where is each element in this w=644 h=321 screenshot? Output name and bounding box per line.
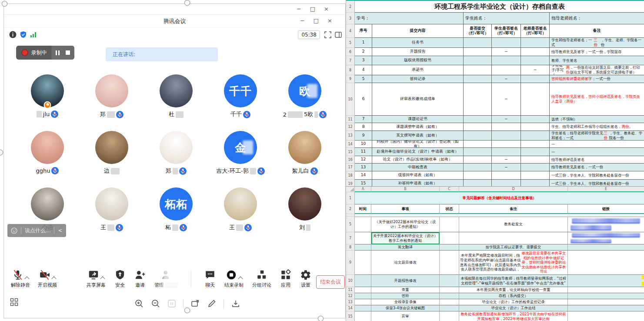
toolbar-item-chat[interactable]: 聊天 xyxy=(204,269,216,288)
avatar[interactable] xyxy=(288,131,321,164)
sheet-cell[interactable]: 学生和指导老师签名；一式三份，学生、老师、学院各一份 xyxy=(550,38,644,48)
sheet-cell[interactable] xyxy=(464,123,492,131)
sheet-cell[interactable] xyxy=(521,140,550,148)
outer-close-button[interactable]: × xyxy=(324,5,329,13)
row-number[interactable]: 10 xyxy=(346,275,355,287)
sheet-cell[interactable]: 教务处依据教育部通知新增加环节，2021年首次由学校在答辩前开展抽检盲审，202… xyxy=(459,311,568,321)
sheet-cell[interactable] xyxy=(492,148,521,156)
blurred-link-line[interactable] xyxy=(572,218,640,224)
sheet-cell[interactable] xyxy=(440,293,459,299)
sheet-cell[interactable]: 学生签名；指导老师和学院意见和签名；一式三份，学生、教务处、学院各一份 xyxy=(550,131,644,140)
meeting-minimize-button[interactable]: − xyxy=(300,17,305,25)
fullscreen-icon[interactable] xyxy=(324,31,331,38)
sheet-cell[interactable]: − xyxy=(492,75,521,83)
row-number[interactable]: 15 xyxy=(346,311,355,321)
sheet-cell[interactable]: 课题调整申请表（如有） xyxy=(372,123,464,131)
meeting-maximize-button[interactable]: □ xyxy=(314,17,319,25)
sheet-cell[interactable] xyxy=(464,48,492,56)
chat-placeholder[interactable]: 说点什么... xyxy=(25,227,50,234)
avatar[interactable] xyxy=(95,187,128,221)
sheet-cell[interactable]: 13 xyxy=(355,164,372,171)
outer-maximize-button[interactable]: □ xyxy=(310,5,315,13)
sheet-cell[interactable]: 备注 xyxy=(459,204,568,214)
sheet-cell[interactable] xyxy=(521,171,550,180)
sheet-cell[interactable] xyxy=(355,311,371,321)
faq-item[interactable]: 答辩 xyxy=(371,293,440,299)
toolbar-item-invite[interactable]: 邀请 xyxy=(134,269,146,288)
row-number[interactable]: 17 xyxy=(346,164,355,171)
sheet-cell[interactable]: 指导教师意见及签名，一式一份 xyxy=(550,164,644,171)
stop-recording-button[interactable] xyxy=(66,50,70,55)
sheet-cell[interactable]: 学生姓名： xyxy=(464,13,550,24)
sheet-cell[interactable]: 本年度未严格限定修改题目时间，指导老师在系统内申请(点击题目基本信息再点击修改即… xyxy=(459,251,568,275)
toolbar-item-members[interactable]: 管理 xyxy=(154,269,178,288)
sheet-cell[interactable]: 指导教师意见及签字；一式一份，学院留存 xyxy=(550,48,644,56)
sheet-cell[interactable]: 3 xyxy=(355,56,372,65)
sheet-cell[interactable] xyxy=(492,65,521,75)
meeting-close-button[interactable]: × xyxy=(327,17,332,25)
sheet-cell[interactable] xyxy=(440,232,459,244)
sheet2-title[interactable]: 常见问题解答（含关键时间结点及注意事项） xyxy=(355,192,644,204)
sheet-cell[interactable]: 提交内容 xyxy=(372,24,464,38)
row-number[interactable]: 16 xyxy=(346,156,355,164)
avatar[interactable]: 千千 xyxy=(224,74,257,107)
sheet-cell[interactable] xyxy=(492,140,521,148)
sheet-cell[interactable]: 10 xyxy=(355,140,372,148)
sheet-cell[interactable]: 9 xyxy=(355,131,372,140)
faq-item[interactable]: 论文题目修改 xyxy=(371,251,440,275)
sheet-cell[interactable]: 英文撰写申请表（如有） xyxy=(372,131,464,140)
sheet-cell[interactable]: 11 xyxy=(355,148,372,156)
sheet-cell[interactable] xyxy=(440,251,459,275)
pause-recording-button[interactable] xyxy=(56,50,60,55)
participant[interactable]: 刘 xyxy=(273,187,337,234)
chevron-up-icon[interactable] xyxy=(24,276,29,281)
avatar[interactable]: 柘柘 xyxy=(160,187,193,221)
sheet-cell[interactable] xyxy=(521,148,550,156)
sheet-cell[interactable] xyxy=(521,164,550,171)
faq-item[interactable]: 保留3-4张会议关键截图 xyxy=(371,305,440,311)
toolbar-item-shield[interactable]: 安全 xyxy=(114,269,126,288)
row-number[interactable]: 7 xyxy=(346,56,355,65)
row-number[interactable]: 11 xyxy=(346,287,355,293)
row-number[interactable]: 13 xyxy=(346,131,355,140)
sheet-cell[interactable]: 12 xyxy=(355,156,372,164)
sheet-cell[interactable]: 任务书 xyxy=(372,38,464,48)
avatar[interactable] xyxy=(160,131,193,164)
toolbar-item-record[interactable]: 结束录制 xyxy=(224,269,244,288)
meeting-security-shield-icon[interactable] xyxy=(20,31,27,38)
row-number[interactable]: 4 xyxy=(346,24,355,38)
sheet-cell[interactable] xyxy=(464,131,492,140)
sheet-cell[interactable] xyxy=(492,56,521,65)
sheet-cell[interactable] xyxy=(440,217,459,232)
column-letter[interactable]: B xyxy=(371,187,440,192)
rotate-icon[interactable] xyxy=(190,299,200,308)
sheet-cell[interactable] xyxy=(568,305,644,311)
sheet-cell[interactable]: 指导老师姓名： xyxy=(550,13,644,24)
sheet-cell[interactable]: 学生是否签名 （打√即可） xyxy=(492,24,521,38)
toolbar-item-gear[interactable]: 设置 xyxy=(300,269,311,288)
pencil-icon[interactable] xyxy=(207,299,217,308)
row-number[interactable]: 15 xyxy=(346,148,355,156)
sheet-cell[interactable]: 本年度仅两次查重，论文终稿由学校统一查重 xyxy=(459,287,568,293)
sheet-cell[interactable]: 开题报告 xyxy=(372,48,464,56)
sheet-cell[interactable]: 7 xyxy=(355,116,372,123)
sheet-cell[interactable]: 状态 xyxy=(440,204,459,214)
column-letter[interactable]: A xyxy=(355,187,371,192)
avatar[interactable]: 金 xyxy=(224,131,257,164)
sheet-cell[interactable]: 链接 xyxy=(568,204,644,214)
row-number[interactable]: 3 xyxy=(346,13,355,24)
sheet-cell[interactable] xyxy=(492,123,521,131)
chevron-up-icon[interactable] xyxy=(51,276,56,281)
row-number[interactable]: 2 xyxy=(346,1,355,13)
sheet-cell[interactable]: 答辩记录 xyxy=(372,75,464,83)
zoom-in-icon[interactable] xyxy=(134,299,144,308)
selection-handle[interactable] xyxy=(318,316,324,321)
sheet-cell[interactable] xyxy=(464,56,492,65)
avatar[interactable] xyxy=(31,131,64,164)
sheet-cell[interactable] xyxy=(464,75,492,83)
download-icon[interactable] xyxy=(231,299,240,308)
select-all-corner[interactable] xyxy=(346,187,355,192)
sheet-cell[interactable]: 毕业论文（设计）工作总结 xyxy=(459,305,568,311)
sheet-cell[interactable]: 8 xyxy=(355,123,372,131)
participant[interactable]: 杜 xyxy=(144,74,208,121)
